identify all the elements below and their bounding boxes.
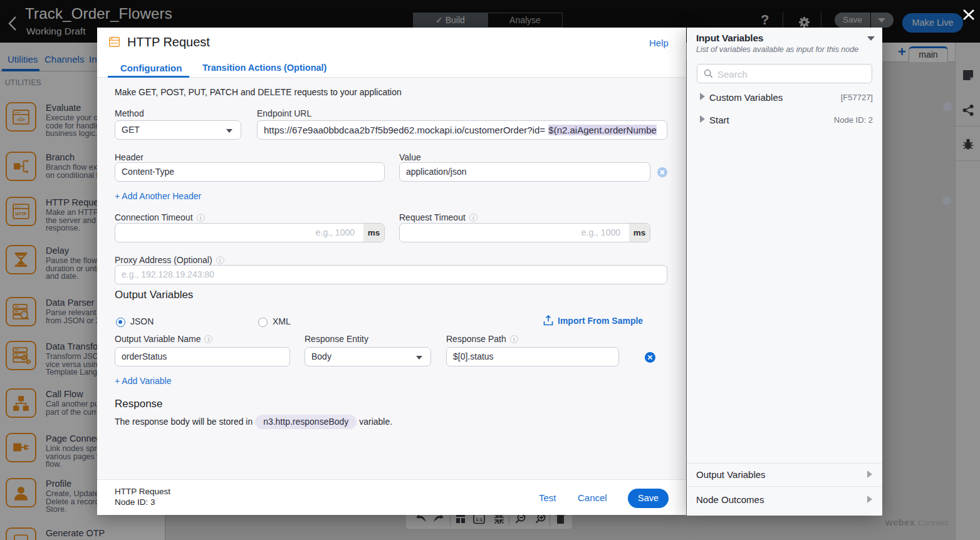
- svg-text:HTTP: HTTP: [111, 42, 118, 45]
